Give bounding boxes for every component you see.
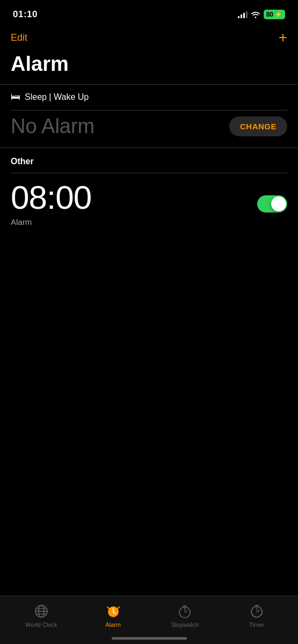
no-alarm-text: No Alarm (11, 115, 95, 138)
sleep-header: 🛏 Sleep | Wake Up (11, 91, 287, 110)
svg-line-8 (185, 611, 187, 612)
world-clock-tab-label: World Clock (25, 621, 57, 628)
sleep-label: Sleep | Wake Up (25, 92, 89, 102)
edit-button[interactable]: Edit (11, 32, 27, 43)
tab-alarm[interactable]: Alarm (77, 603, 149, 628)
stopwatch-tab-label: Stopwatch (171, 621, 199, 628)
other-section: Other 08:00 Alarm (0, 148, 298, 234)
no-alarm-row: No Alarm CHANGE (11, 110, 287, 148)
status-bar: 01:10 80 ⚡ (0, 0, 298, 26)
battery-level: 80 (266, 11, 273, 18)
toggle-thumb (271, 196, 286, 211)
wifi-icon (251, 11, 260, 18)
tab-timer[interactable]: Timer (221, 603, 293, 628)
change-button[interactable]: CHANGE (229, 116, 287, 136)
timer-tab-label: Timer (249, 621, 264, 628)
sleep-section: 🛏 Sleep | Wake Up No Alarm CHANGE (0, 84, 298, 148)
alarm-time-block: 08:00 Alarm (11, 181, 91, 226)
header: Edit + (0, 26, 298, 50)
status-icons: 80 ⚡ (238, 10, 285, 19)
stopwatch-icon (177, 603, 193, 619)
alarm-label: Alarm (11, 215, 91, 226)
timer-icon (249, 603, 265, 619)
signal-icon (238, 11, 248, 18)
alarm-time: 08:00 (11, 181, 91, 214)
bed-icon: 🛏 (11, 91, 20, 103)
tab-stopwatch[interactable]: Stopwatch (149, 603, 221, 628)
status-time: 01:10 (13, 9, 38, 20)
world-clock-icon (33, 603, 49, 619)
svg-line-13 (257, 610, 259, 612)
alarm-toggle[interactable] (257, 195, 287, 213)
battery-indicator: 80 ⚡ (264, 10, 285, 19)
add-button[interactable]: + (279, 30, 287, 45)
tab-world-clock[interactable]: World Clock (5, 603, 77, 628)
alarm-row[interactable]: 08:00 Alarm (11, 173, 287, 234)
page-title: Alarm (0, 50, 298, 84)
alarm-tab-label: Alarm (105, 621, 121, 628)
home-indicator (112, 637, 187, 640)
other-label: Other (11, 157, 287, 173)
alarm-icon (105, 603, 121, 619)
